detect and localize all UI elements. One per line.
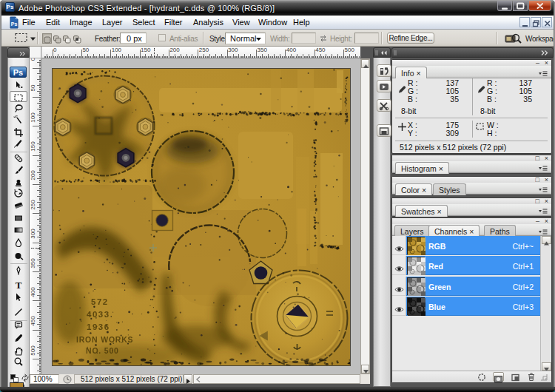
svg-text:572: 572 (91, 297, 109, 306)
svg-text:4033: 4033 (87, 310, 110, 319)
svg-text:NO. 500: NO. 500 (86, 346, 119, 355)
svg-text:Ps: Ps (11, 21, 18, 27)
svg-text:IRON WORKS: IRON WORKS (76, 335, 133, 344)
svg-text:1936: 1936 (87, 322, 110, 331)
svg-text:T: T (16, 280, 22, 290)
